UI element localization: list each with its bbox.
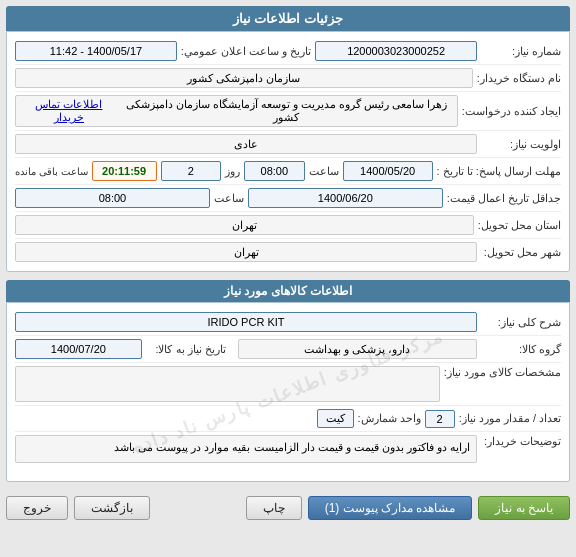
moshakhasat-value [15,366,440,402]
tedad-label: تعداد / مقدار مورد نياز: [459,412,561,425]
tarikh-value: 1400/05/17 - 11:42 [15,41,177,61]
olaviat-value: عادی [15,134,477,154]
sharh-value: IRIDO PCR KIT [15,312,477,332]
nam-value: سازمان دامپزشکی کشور [15,68,473,88]
goroh-label: گروه کالا: [481,343,561,356]
yasekh-button[interactable]: ياسخ به نياز [478,496,570,520]
saaat-value: 20:11:59 [92,161,157,181]
mohlet-date: 1400/05/20 [343,161,433,181]
توضيحات-label: توضيحات خريدار: [481,435,561,448]
olaviat-label: اولويت نياز: [481,138,561,151]
tedad-value: 2 [425,410,455,428]
bargasht-button[interactable]: بازگشت [74,496,150,520]
shomare-label: شماره نياز: [481,45,561,58]
vahed-label: واحد شمارش: [358,412,421,425]
jadval-time: 08:00 [15,188,210,208]
tarikh-label: تاريخ و ساعت اعلان عمومي: [181,45,311,58]
tarikh-niyaz-label: تاريخ نياز به کالا: [146,343,226,356]
shahr-label: شهر محل تحويل: [481,246,561,259]
section1-header: جزئيات اطلاعات نياز [6,6,570,31]
roz-label: روز [225,165,240,178]
roz-value: 2 [161,161,222,181]
shomare-value: 1200003023000252 [315,41,477,61]
moshahedeh-button[interactable]: مشاهده مدارک پيوست (1) [308,496,473,520]
توضيحات-value: ارايه دو فاکتور بدون قيمت و قيمت دار الز… [15,435,477,463]
mohlet-label: مهلت ارسال پاسخ: تا تاريخ : [437,165,561,178]
khoroj-button[interactable]: خروج [6,496,68,520]
nam-label: نام دستگاه خريدار: [477,72,561,85]
sharh-label: شرح کلی نياز: [481,316,561,329]
ijad-value: زهرا سامعی رئيس گروه مديريت و توسعه آزما… [15,95,458,127]
goroh-value: دارو، پزشکی و بهداشت [238,339,477,359]
chap-button[interactable]: چاپ [246,496,302,520]
section2-header: اطلاعات کالاهای مورد نياز [6,280,570,302]
mohlet-time: 08:00 [244,161,305,181]
jadval-label: جداقل تاريخ اعمال قيمت: [447,192,561,205]
ostan-value: تهران [15,215,474,235]
moshakhasat-label: مشخصات کالای مورد نياز: [444,366,561,379]
vahed-value: کيت [317,409,354,428]
jadval-date: 1400/06/20 [248,188,443,208]
saaat-label: ساعت باقی مانده [15,166,88,177]
ijad-label: ايجاد کننده درخواست: [462,105,561,118]
tarikh-niyaz-value: 1400/07/20 [15,339,142,359]
shahr-value: تهران [15,242,477,262]
ostan-label: استان محل تحويل: [478,219,561,232]
ijad-link[interactable]: اطلاعات تماس خريدار [22,98,116,124]
